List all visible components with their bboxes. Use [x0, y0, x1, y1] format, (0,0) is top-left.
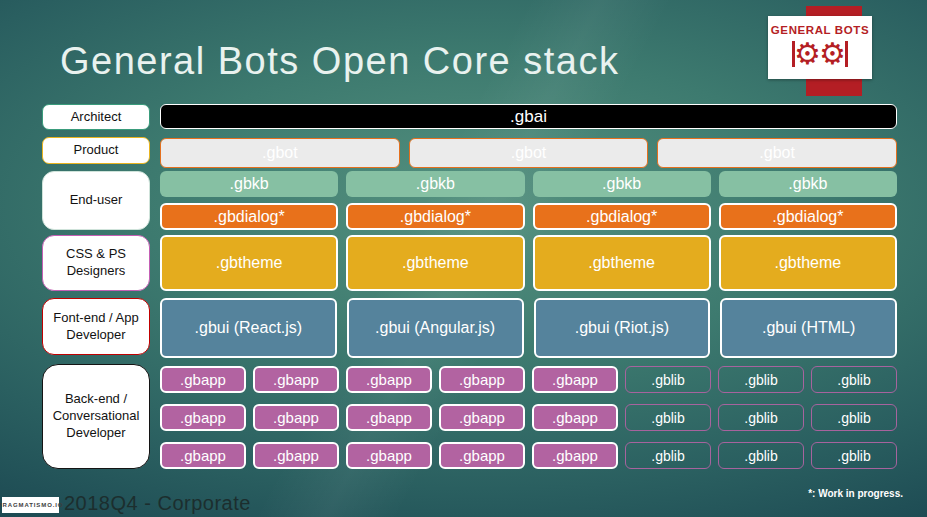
pragmatismo-badge-text: PRAGMATISMO.IO [0, 502, 63, 508]
box-gbapp: .gbapp [532, 404, 618, 431]
row-gbkb: .gbkb .gbkb .gbkb .gbkb [160, 171, 897, 197]
box-gbapp: .gbapp [532, 442, 618, 469]
box-gbkb: .gbkb [346, 171, 524, 197]
logo-gears: ⚙ ⚙ [792, 36, 848, 72]
box-gbapp: .gbapp [346, 442, 432, 469]
work-in-progress-note: *: Work in progress. [808, 488, 903, 499]
box-gbapp: .gbapp [439, 404, 525, 431]
box-gblib: .gblib [625, 366, 711, 393]
box-gbtheme: .gbtheme [719, 235, 897, 291]
logo-brand-text: GENERAL BOTS [771, 24, 869, 36]
gear-icon: ⚙ [819, 39, 846, 69]
box-gbtheme: .gbtheme [533, 235, 711, 291]
box-gbkb: .gbkb [533, 171, 711, 197]
pragmatismo-badge: PRAGMATISMO.IO [2, 497, 59, 513]
row-gbapp-2: .gbapp .gbapp .gbapp .gbapp .gbapp .gbli… [160, 404, 897, 431]
box-gbui-riot: .gbui (Riot.js) [534, 298, 711, 358]
box-gbapp: .gbapp [253, 404, 339, 431]
box-gblib: .gblib [718, 404, 804, 431]
row-label-product: Product [42, 137, 150, 164]
box-gbapp: .gbapp [346, 404, 432, 431]
box-gbdialog: .gbdialog* [533, 203, 711, 230]
box-gbapp: .gbapp [253, 366, 339, 393]
slide: General Bots Open Core stack GENERAL BOT… [0, 0, 927, 517]
box-gbkb: .gbkb [719, 171, 897, 197]
row-label-end-user: End-user [42, 171, 150, 230]
box-gbot: .gbot [409, 138, 649, 168]
row-label-frontend-app-developer: Font-end / App Developer [42, 298, 150, 355]
box-gbapp: .gbapp [160, 366, 246, 393]
row-gbtheme: .gbtheme .gbtheme .gbtheme .gbtheme [160, 235, 897, 291]
box-gbkb: .gbkb [160, 171, 338, 197]
box-gblib: .gblib [811, 404, 897, 431]
box-gbui-react: .gbui (React.js) [160, 298, 337, 358]
row-gbapp-3: .gbapp .gbapp .gbapp .gbapp .gbapp .gbli… [160, 442, 897, 469]
gear-bar-right [845, 41, 848, 67]
box-gbdialog: .gbdialog* [346, 203, 524, 230]
box-gbapp: .gbapp [346, 366, 432, 393]
general-bots-logo: GENERAL BOTS ⚙ ⚙ [768, 16, 872, 79]
box-gblib: .gblib [625, 404, 711, 431]
box-gbtheme: .gbtheme [346, 235, 524, 291]
page-title: General Bots Open Core stack [60, 40, 619, 83]
row-gbdialog: .gbdialog* .gbdialog* .gbdialog* .gbdial… [160, 203, 897, 230]
box-gbapp: .gbapp [160, 442, 246, 469]
row-label-backend-conversational-developer: Back-end / Conversational Developer [42, 364, 150, 469]
box-gbot: .gbot [657, 138, 897, 168]
box-gbapp: .gbapp [439, 366, 525, 393]
box-gbot: .gbot [160, 138, 400, 168]
box-gbapp: .gbapp [439, 442, 525, 469]
box-gblib: .gblib [718, 442, 804, 469]
box-gbdialog: .gbdialog* [719, 203, 897, 230]
box-gbapp: .gbapp [160, 404, 246, 431]
edition-text: 2018Q4 - Corporate [64, 492, 251, 515]
box-gbtheme: .gbtheme [160, 235, 338, 291]
box-gbapp: .gbapp [253, 442, 339, 469]
box-gbui-angular: .gbui (Angular.js) [347, 298, 524, 358]
box-gbapp: .gbapp [532, 366, 618, 393]
row-gbai: .gbai [160, 104, 897, 129]
box-gbdialog: .gbdialog* [160, 203, 338, 230]
box-gblib: .gblib [625, 442, 711, 469]
box-gblib: .gblib [811, 366, 897, 393]
row-gbui: .gbui (React.js) .gbui (Angular.js) .gbu… [160, 298, 897, 358]
box-gblib: .gblib [718, 366, 804, 393]
box-gbai: .gbai [160, 104, 897, 129]
gear-icon: ⚙ [794, 39, 821, 69]
box-gbui-html: .gbui (HTML) [720, 298, 897, 358]
row-gbot: .gbot .gbot .gbot [160, 138, 897, 168]
box-gblib: .gblib [811, 442, 897, 469]
row-label-css-ps-designers: CSS & PS Designers [42, 235, 150, 291]
row-label-architect: Architect [42, 104, 150, 130]
row-gbapp-1: .gbapp .gbapp .gbapp .gbapp .gbapp .gbli… [160, 366, 897, 393]
